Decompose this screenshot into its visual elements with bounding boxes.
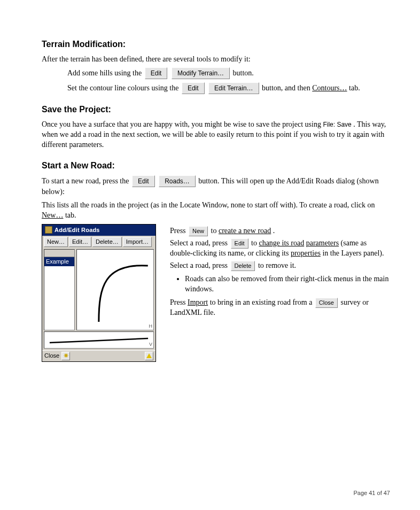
rc-bullet-list: Roads can also be removed from their rig… — [185, 274, 390, 295]
modify-terrain-button[interactable]: Modify Terrain… — [172, 67, 230, 79]
addedit-line-prefix: This lists all the roads in the project … — [42, 201, 375, 209]
hills-line: Add some hills using the Edit Modify Ter… — [67, 67, 390, 79]
rc-line-2: Select a road, press Edit to change its … — [170, 238, 390, 259]
rc4-before: Press — [170, 298, 188, 306]
inline-edit-button[interactable]: Edit — [231, 238, 248, 249]
rc-line-4: Press Import to bring in an existing roa… — [170, 298, 390, 318]
dialog-statusbar: Close ✷ — [42, 350, 155, 361]
rc2-mid: to — [251, 239, 259, 247]
create-new-road-link[interactable]: create a new road — [219, 227, 271, 235]
road-curve-icon — [77, 250, 153, 330]
terrain-mod-heading: Terrain Modification: — [42, 38, 390, 50]
pin-icon[interactable]: ✷ — [61, 352, 70, 360]
toolbar-delete-button[interactable]: Delete… — [92, 237, 122, 247]
rc2-after: in the Layers panel). — [322, 249, 384, 257]
inline-close-button[interactable]: Close — [315, 298, 338, 308]
newroad-line-prefix: To start a new road, press the — [42, 177, 131, 185]
warning-icon[interactable] — [145, 352, 153, 360]
new-tab-link[interactable]: New… — [42, 211, 63, 219]
terrain-mod-intro: After the terrain has been defined, ther… — [42, 55, 390, 65]
file-save-menu[interactable]: File: Save — [323, 121, 351, 128]
edit-button-1[interactable]: Edit — [145, 67, 168, 79]
profile-v-label: V — [149, 341, 152, 347]
rc-bullet-1: Roads can also be removed from their rig… — [185, 274, 390, 295]
add-edit-roads-dialog: Add/Edit Roads New… Edit… Delete… Import… — [42, 224, 156, 362]
page-footer: Page 41 of 47 — [353, 490, 390, 496]
save-project-para: Once you have a surface that you are hap… — [42, 120, 390, 150]
rc-line-1: Press New to create a new road . — [170, 226, 390, 236]
profile-view: V — [44, 331, 154, 349]
contour-line-suffix: tab. — [349, 84, 360, 92]
plan-h-label: H — [149, 323, 153, 329]
new-road-line: To start a new road, press the Edit Road… — [42, 175, 390, 197]
rc1-mid: to — [211, 227, 219, 235]
dialog-toolbar: New… Edit… Delete… Import… — [42, 236, 155, 248]
hills-line-prefix: Add some hills using the — [67, 69, 144, 77]
plan-view: H — [76, 249, 154, 330]
contour-line-mid: button, and then — [262, 84, 312, 92]
list-header[interactable] — [44, 250, 74, 257]
close-label[interactable]: Close — [44, 352, 59, 360]
save-p1-before: Once you have a surface that you are hap… — [42, 120, 323, 128]
app-icon — [45, 226, 52, 234]
roads-button[interactable]: Roads… — [159, 175, 196, 187]
contours-tab-link[interactable]: Contours… — [312, 84, 347, 92]
inline-new-button[interactable]: New — [189, 226, 208, 236]
toolbar-import-button[interactable]: Import… — [123, 237, 152, 247]
toolbar-edit-button[interactable]: Edit… — [69, 237, 91, 247]
rc2-before: Select a road, press — [170, 239, 230, 247]
contour-line-prefix: Set the contour line colours using the — [67, 84, 181, 92]
rc4-mid: to bring in an existing road from a — [210, 298, 314, 306]
save-project-heading: Save the Project: — [42, 104, 390, 115]
change-road-link[interactable]: change its road — [259, 239, 304, 247]
toolbar-new-button[interactable]: New… — [44, 237, 68, 247]
edit-terrain-button[interactable]: Edit Terrain… — [208, 82, 259, 94]
rc3-before: Select a road, press — [170, 261, 230, 269]
list-item-selected[interactable]: Example — [44, 257, 74, 266]
rc3-after: to remove it. — [258, 261, 296, 269]
road-profile-icon — [44, 332, 153, 348]
dialog-titlebar[interactable]: Add/Edit Roads — [42, 225, 155, 236]
contour-line: Set the contour line colours using the E… — [67, 82, 390, 94]
rc-line-3: Select a road, press Delete to remove it… — [170, 261, 390, 271]
addedit-line: This lists all the roads in the project … — [42, 200, 390, 221]
roads-list[interactable]: Example — [44, 249, 75, 330]
addedit-line-suffix: tab. — [65, 211, 76, 219]
hills-line-suffix: button. — [233, 69, 254, 77]
rc1-before: Press — [170, 227, 188, 235]
edit-button-3[interactable]: Edit — [132, 175, 155, 187]
dialog-title: Add/Edit Roads — [55, 226, 100, 234]
edit-button-2[interactable]: Edit — [182, 82, 205, 94]
new-road-heading: Start a New Road: — [42, 160, 390, 172]
inline-delete-button[interactable]: Delete — [231, 261, 255, 271]
parameters-link[interactable]: parameters — [306, 239, 339, 247]
properties-link[interactable]: properties — [291, 249, 321, 257]
rc1-after: . — [273, 227, 275, 235]
import-link[interactable]: Import — [188, 298, 208, 306]
